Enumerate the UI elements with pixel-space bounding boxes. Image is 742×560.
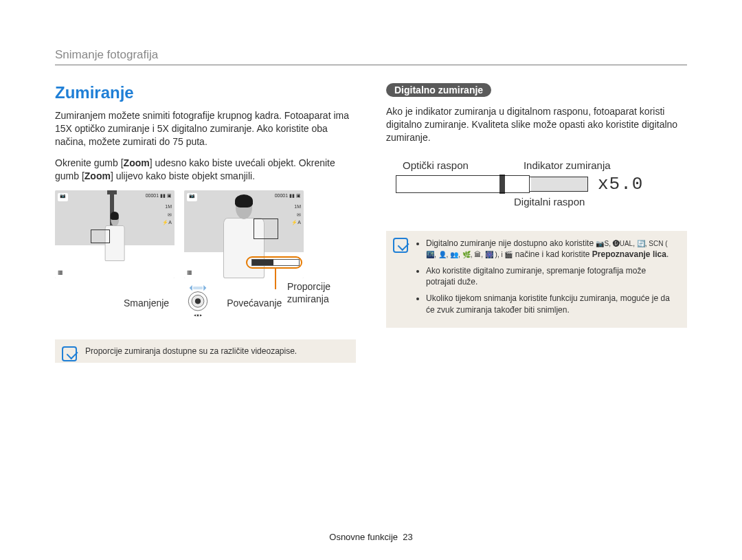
optical-range-segment — [396, 175, 530, 193]
digital-range-segment — [531, 177, 588, 192]
page-number: 23 — [403, 532, 412, 542]
right-column: Digitalno zumiranje Ako je indikator zum… — [386, 83, 687, 363]
note-left: Proporcije zumiranja dostupne su za razl… — [55, 339, 356, 363]
face-detect-label: Prepoznavanje lica — [592, 249, 666, 259]
svg-point-5 — [195, 299, 201, 304]
svg-marker-0 — [190, 285, 192, 291]
lcd-tele: 📷00001 ▮▮ ▣ 1M✉⚡A X5.0 ▦ — [184, 190, 304, 278]
left-column: Zumiranje Zumiranjem možete snimiti foto… — [55, 83, 356, 363]
note-icon — [62, 346, 77, 361]
zoom-bar — [396, 177, 588, 192]
note-icon — [393, 238, 408, 253]
note-item: Digitalno zumiranje nije dostupno ako ko… — [426, 238, 677, 260]
zoom-instructions: Okrenite gumb [Zoom] udesno kako biste u… — [55, 157, 356, 183]
svg-marker-1 — [203, 285, 206, 291]
label-optical-range: Optički raspon — [403, 159, 469, 171]
dial-left-label: Smanjenje — [124, 298, 169, 309]
zoom-cursor-icon — [499, 175, 505, 194]
section-title: Zumiranje — [55, 83, 356, 102]
zoom-dial-icon: ◀ ▣ ▶ — [176, 285, 220, 320]
bl-icon: ▦ — [58, 269, 63, 276]
digital-zoom-chip: Digitalno zumiranje — [386, 83, 491, 97]
label-digital-range: Digitalni raspon — [514, 196, 687, 208]
zoom-value: x5.0 — [598, 174, 643, 194]
breadcrumb: Snimanje fotografija — [55, 48, 687, 65]
text: Okrenite gumb [ — [55, 157, 124, 168]
dial-right-label: Povećavanje — [227, 298, 282, 309]
svg-text:◀ ▣ ▶: ◀ ▣ ▶ — [194, 314, 203, 317]
zoom-ratio-label: Proporcije zumiranja — [287, 281, 330, 305]
intro-paragraph: Zumiranjem možete snimiti fotografije kr… — [55, 109, 356, 148]
digital-zoom-paragraph: Ako je indikator zumiranja u digitalnom … — [386, 105, 687, 144]
zoom-indicator-mini: X5.0 — [251, 259, 300, 266]
callout-leader-icon — [275, 269, 276, 289]
zoom-diagram: Optički raspon Indikator zumiranja x5.0 … — [396, 159, 687, 208]
label-zoom-indicator: Indikator zumiranja — [524, 159, 611, 171]
note-item: Ako koristite digitalno zumiranje, sprem… — [426, 265, 677, 287]
footer-label: Osnovne funkcije — [329, 532, 398, 542]
note-item: Ukoliko tijekom snimanja koristite funkc… — [426, 293, 677, 315]
zoom-keyword: Zoom — [124, 157, 150, 168]
lcd-previews: 📷00001 ▮▮ ▣ 1M✉⚡A ▦ 📷00001 ▮▮ ▣ 1M✉⚡A X5… — [55, 190, 356, 278]
lcd-wide: 📷00001 ▮▮ ▣ 1M✉⚡A ▦ — [55, 190, 175, 278]
zoom-keyword: Zoom — [85, 170, 111, 181]
note-right: Digitalno zumiranje nije dostupno ako ko… — [386, 231, 687, 328]
page-footer: Osnovne funkcije 23 — [0, 532, 742, 542]
text: ] ulijevo kako biste objekt smanjili. — [111, 170, 255, 181]
res-icon: 1M — [162, 203, 172, 210]
svg-marker-2 — [193, 287, 203, 290]
note-left-text: Proporcije zumiranja dostupne su za razl… — [85, 346, 297, 356]
shot-counter: 00001 — [146, 193, 159, 198]
